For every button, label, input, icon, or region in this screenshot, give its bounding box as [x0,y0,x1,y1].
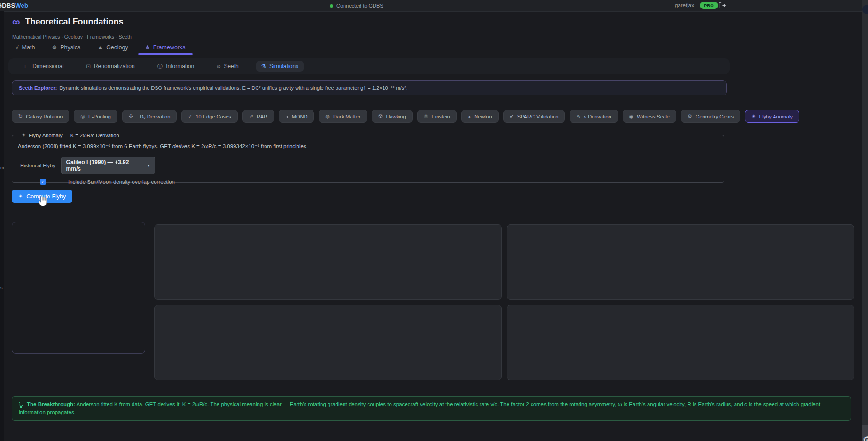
pro-badge: PRO [700,2,718,9]
pill-label: Witness Scale [637,114,670,119]
logout-icon[interactable] [719,2,726,11]
status-dot-icon [330,4,333,8]
page-title: Theoretical Foundations [25,17,123,27]
galaxy-icon: ↻ [18,113,23,119]
pill-flyby-anomaly[interactable]: ✴Flyby Anomaly [745,110,799,123]
result-panel-bottom-left [154,305,502,380]
subtab-dimensional[interactable]: ∟Dimensional [19,61,69,72]
legend-text: Flyby Anomaly — K = 2ωR/c Derivation [29,133,119,138]
pill-sparc-validation[interactable]: ✔SPARC Validation [503,110,565,123]
tab-frameworks[interactable]: ⋔Frameworks [138,41,193,54]
pill-xid-derivation[interactable]: ✣ΞÐ₀ Derivation [122,110,177,123]
breakthrough-lead: The Breakthrough: [27,402,75,407]
pill-label: Hawking [386,114,406,119]
brand-accent: Web [15,2,28,9]
pill-witness-scale[interactable]: ◉Witness Scale [623,110,676,123]
chart-icon: ↗ [249,113,253,119]
pill-label: MOND [292,114,308,119]
banner-lead: Seeth Explorer: [19,85,57,91]
pill-label: 10 Edge Cases [195,114,231,119]
pill-label: E-Pooling [88,114,111,119]
historical-flyby-row: Historical Flyby Galileo I (1990) — +3.9… [18,157,718,174]
ruler-icon: ∟ [24,63,29,69]
flyby-anomaly-section: ✴ Flyby Anomaly — K = 2ωR/c Derivation A… [12,132,724,183]
pill-rar[interactable]: ↗RAR [242,110,274,123]
subtab-renormalization[interactable]: ⊡Renormalization [81,61,140,72]
pill-label: Galaxy Rotation [26,114,63,119]
pill-e-pooling[interactable]: ◎E-Pooling [74,110,117,123]
breadcrumb: Mathematical Physics · Geology · Framewo… [12,34,132,39]
banner-text: Dynamic simulations demonstrating the DS… [59,85,407,91]
info-icon: ⓘ [157,63,163,70]
pill-label: RAR [257,114,267,119]
check-circle-icon: ✔ [510,113,514,119]
tab-math[interactable]: √Math [8,41,42,54]
compute-flyby-button[interactable]: ✴ Compute Flyby [12,190,72,203]
result-panel-bottom-right [507,305,854,380]
pill-newton[interactable]: ●Newton [461,110,499,123]
tab-geology[interactable]: ▲Geology [90,41,135,54]
seeth-explorer-banner: Seeth Explorer: Dynamic simulations demo… [12,80,727,95]
connection-status: Connected to GDBS [330,0,383,11]
apple-icon: ● [468,114,471,119]
result-panel-top-left [154,224,502,300]
mountain-icon: ▲ [97,44,103,51]
username: garetjax [675,2,694,8]
subtab-label: Dimensional [32,63,63,70]
pill-geometry-gears[interactable]: ⚙Geometry Gears [681,110,740,123]
gear-icon: ⚙ [862,434,868,441]
pill-galaxy-rotation[interactable]: ↻Galaxy Rotation [12,110,69,123]
historical-flyby-select[interactable]: Galileo I (1990) — +3.92 mm/s ▾ [61,157,155,174]
clipped-text-fragment: s [0,285,3,290]
tab-physics[interactable]: ⚙Physics [45,41,87,54]
simulation-pill-bar: ↻Galaxy Rotation ◎E-Pooling ✣ΞÐ₀ Derivat… [12,110,799,123]
clipped-text-fragment: m [0,165,4,170]
gears-icon: ⚙ [688,113,692,119]
flask-icon: ⚗ [261,63,266,70]
pill-label: Newton [474,114,492,119]
pill-v-derivation[interactable]: ∿v Derivation [570,110,618,123]
subtab-label: Simulations [269,63,298,70]
chevron-down-icon: ▾ [148,163,150,168]
subtab-information[interactable]: ⓘInformation [152,61,200,72]
flyby-description: Anderson (2008) fitted K = 3.099×10⁻⁶ fr… [18,143,718,150]
sqrt-icon: √ [16,44,19,51]
compute-button-label: Compute Flyby [26,193,66,200]
pill-label: ΞÐ₀ Derivation [136,114,170,119]
sun-moon-correction-checkbox[interactable]: ✓ [40,179,46,185]
tab-label: Geology [106,44,128,51]
satellite-icon: ✴ [22,132,26,138]
satellite-icon: ✴ [18,193,23,199]
target-icon: ◎ [80,113,85,119]
pill-mond[interactable]: ◑MOND [279,110,314,123]
check-icon: ✓ [188,113,192,119]
subtab-seeth[interactable]: ∞Seeth [211,61,244,72]
ghost-icon: ◍ [325,113,330,119]
pill-dark-matter[interactable]: ◍Dark Matter [319,110,367,123]
pill-label: Dark Matter [333,114,360,119]
pill-hawking[interactable]: ☢Hawking [372,110,413,123]
brand-logo: GDBSWeb [0,2,28,9]
settings-fab[interactable]: ⚙ [862,435,868,441]
pill-edge-cases[interactable]: ✓10 Edge Cases [181,110,237,123]
pill-label: Einstein [431,114,450,119]
brand-primary: GDBS [0,2,15,9]
description-em: derives [172,143,190,149]
atom-icon: ⚛ [424,113,429,119]
result-panel-side [12,222,145,354]
tab-label: Math [22,44,35,51]
gear-icon: ⚙ [52,44,57,51]
main-tab-bar: √Math ⚙Physics ▲Geology ⋔Frameworks [4,41,731,54]
infinity-icon: ∞ [12,16,20,27]
tab-label: Physics [60,44,80,51]
network-icon: ⋔ [145,44,150,51]
pill-einstein[interactable]: ⚛Einstein [417,110,457,123]
correction-row: ✓ Include Sun/Moon density overlap corre… [18,179,718,185]
subtab-simulations[interactable]: ⚗Simulations [256,61,304,72]
clipped-top-button[interactable] [862,5,868,14]
subtab-label: Information [166,63,194,70]
pill-label: v Derivation [584,114,611,119]
vertical-scrollbar[interactable]: ⚙ [862,0,868,441]
satellite-icon: ✴ [751,113,756,119]
result-panel-top-right [507,224,854,300]
